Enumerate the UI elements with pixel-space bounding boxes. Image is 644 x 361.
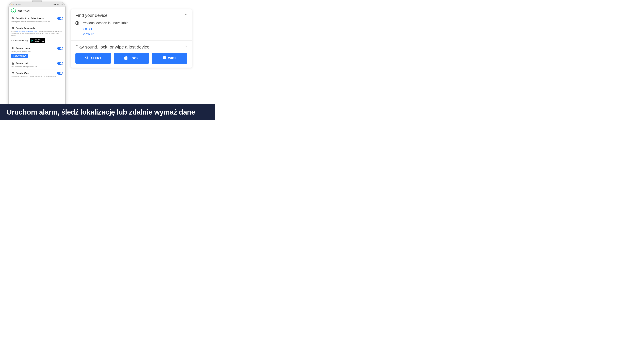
setting-row-remote-lock: Remote Lock Lock your device with a pred…	[9, 60, 65, 70]
get-central-label: Get the Central app	[11, 40, 28, 42]
action-buttons-row: ALERT LOCK WIPE	[76, 53, 187, 64]
anti-theft-header: Anti-Theft	[9, 7, 65, 15]
remote-commands-header: Remote Commands	[11, 27, 63, 30]
find-device-title: Find your device	[76, 13, 108, 18]
location-unavailable-text: Previous location is unavailable.	[82, 21, 130, 25]
setting-row-remote-locate: Remote Locate Locate your device on a ma…	[9, 45, 65, 60]
show-ip-link[interactable]: Show IP	[76, 32, 187, 36]
wipe-icon	[11, 72, 14, 75]
remote-wipe-desc: Clear all the data from your device and …	[11, 76, 63, 78]
snap-photo-toggle[interactable]	[57, 17, 63, 20]
alert-label: ALERT	[90, 57, 102, 60]
setting-left-remote-commands: Remote Commands	[11, 27, 35, 30]
snap-photo-label: Snap Photo on Failed Unlock	[16, 17, 44, 20]
remote-wipe-toggle[interactable]	[57, 72, 63, 75]
play-sound-chevron[interactable]: ⌃	[184, 45, 187, 49]
locate-icon	[11, 47, 14, 50]
right-panel: Find your device ⌃ Previous location is …	[71, 10, 192, 68]
section-divider	[71, 40, 192, 41]
google-play-badge[interactable]: GET IT ON Google Play	[30, 38, 45, 43]
lock-icon	[11, 62, 14, 65]
play-sound-section: Play sound, lock, or wipe a lost device …	[71, 41, 192, 68]
bitdefender-link[interactable]: https://central.bitdefender.com	[16, 31, 37, 32]
setting-left-remote-locate: Remote Locate	[11, 47, 30, 50]
remote-commands-label: Remote Commands	[16, 27, 35, 29]
remote-commands-icon	[11, 27, 14, 30]
setting-row-remote-commands: Remote Commands Access https://central.b…	[9, 25, 65, 45]
remote-commands-desc: Access https://central.bitdefender.com o…	[11, 31, 63, 37]
location-dot-icon	[76, 21, 79, 25]
remote-lock-desc: Lock your device with a predefined PIN.	[11, 66, 63, 68]
phone-shell: 📶 ·ıll B ✉ 📎 in ☊ ✱ 88% ▮ 3:02 Anti-Thef…	[8, 2, 66, 116]
bottom-banner: Uruchom alarm, śledź lokalizację lub zda…	[0, 104, 215, 120]
remote-wipe-header: Remote Wipe	[11, 72, 63, 75]
lock-label: LOCK	[130, 57, 139, 60]
remote-wipe-label: Remote Wipe	[16, 72, 28, 74]
alert-icon	[85, 56, 89, 61]
setting-left-remote-lock: Remote Lock	[11, 62, 28, 65]
status-bar: 📶 ·ıll B ✉ 📎 in ☊ ✱ 88% ▮ 3:02	[9, 2, 65, 7]
location-row: Previous location is unavailable.	[76, 21, 187, 25]
remote-locate-label: Remote Locate	[16, 47, 30, 50]
setting-row-snap-photo: Snap Photo on Failed Unlock Snap a photo…	[9, 15, 65, 25]
locate-link[interactable]: LOCATE	[76, 27, 187, 31]
gp-text: GET IT ON Google Play	[35, 39, 44, 42]
phone-mockup: 📶 ·ıll B ✉ 📎 in ☊ ✱ 88% ▮ 3:02 Anti-Thef…	[8, 2, 66, 120]
wipe-label: WIPE	[168, 57, 176, 60]
find-device-header: Find your device ⌃	[76, 13, 187, 18]
play-sound-title: Play sound, lock, or wipe a lost device	[76, 45, 149, 50]
wipe-button[interactable]: WIPE	[152, 53, 187, 64]
anti-theft-title: Anti-Theft	[18, 10, 30, 12]
remote-locate-desc: Locate your device on a map.	[11, 51, 63, 53]
anti-theft-icon	[11, 9, 16, 13]
remote-lock-header: Remote Lock	[11, 62, 63, 65]
location-dot-inner	[76, 23, 78, 24]
status-icons-left: 📶 ·ıll B ✉ 📎 in	[11, 4, 20, 5]
setting-left-remote-wipe: Remote Wipe	[11, 72, 28, 75]
status-icons-right: ☊ ✱ 88% ▮ 3:02	[54, 4, 63, 5]
remote-lock-label: Remote Lock	[16, 62, 28, 65]
find-device-section: Find your device ⌃ Previous location is …	[71, 10, 192, 40]
camera-icon	[11, 17, 14, 20]
alert-button[interactable]: ALERT	[76, 53, 111, 64]
banner-text: Uruchom alarm, śledź lokalizację lub zda…	[7, 108, 195, 116]
status-right: ☊ ✱ 88% ▮ 3:02	[54, 4, 63, 5]
find-device-chevron[interactable]: ⌃	[184, 13, 187, 18]
remote-locate-toggle[interactable]	[57, 47, 63, 50]
remote-locate-header: Remote Locate	[11, 47, 63, 50]
phone-content: Anti-Theft Snap Photo on Failed Unlock	[9, 7, 65, 116]
lock-btn-icon	[124, 56, 128, 61]
setting-row-snap-header: Snap Photo on Failed Unlock	[11, 17, 63, 20]
setting-row-remote-wipe: Remote Wipe Clear all the data from your…	[9, 70, 65, 80]
gp-google-play: Google Play	[35, 41, 44, 42]
lock-button[interactable]: LOCK	[114, 53, 149, 64]
locate-now-button[interactable]: LOCATE NOW	[11, 54, 28, 58]
get-central-row: Get the Central app	[11, 38, 63, 43]
remote-lock-toggle[interactable]	[57, 62, 63, 65]
play-sound-header: Play sound, lock, or wipe a lost device …	[76, 45, 187, 50]
wipe-btn-icon	[162, 56, 166, 61]
setting-left-snap: Snap Photo on Failed Unlock	[11, 17, 44, 20]
status-left: 📶 ·ıll B ✉ 📎 in	[11, 4, 20, 5]
snap-photo-desc: Snap a photo after 3 failed attempts to …	[11, 21, 63, 23]
